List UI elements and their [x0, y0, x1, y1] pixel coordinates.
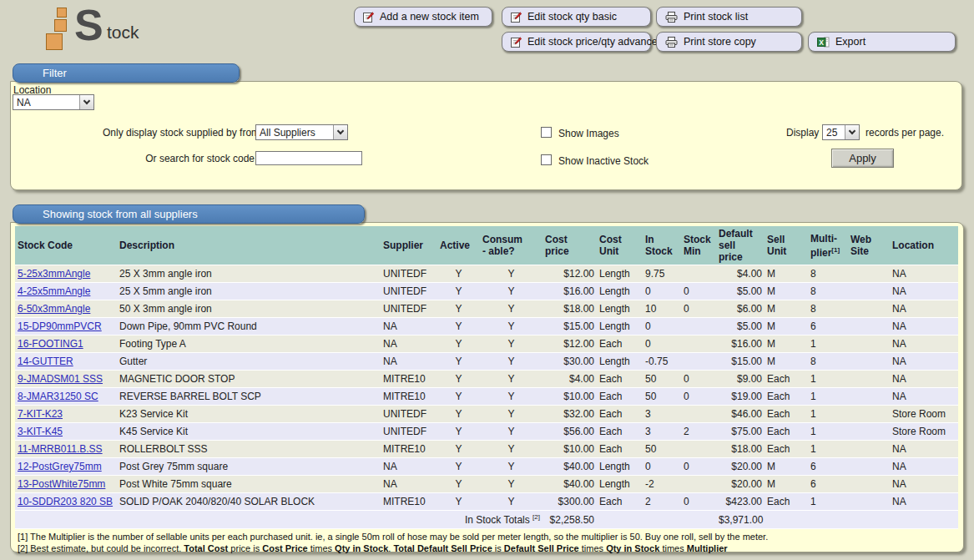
stock-code-link[interactable]: 6-50x3mmAngle [18, 303, 90, 315]
cell-consumable: Y [480, 423, 543, 441]
stock-code-link[interactable]: 15-DP90mmPVCR [18, 320, 102, 332]
button-label: Print store copy [684, 36, 756, 48]
filter-panel: Location NA Only display stock supplied … [10, 81, 962, 190]
supplier-filter-label: Only display stock supplied by from [103, 127, 255, 139]
cell-multiplier: 1 [808, 493, 848, 511]
table-row: 8-JMAR31250 SCREVERSE BARREL BOLT SCPMIT… [15, 388, 958, 406]
edit-stock-price-qty-advanced-button[interactable]: Edit stock price/qty advanced [502, 32, 651, 52]
totals-row: In Stock Totals [2]$2,258.50$3,971.00 [15, 511, 958, 529]
show-inactive-stock-checkbox[interactable] [541, 154, 552, 165]
edit-stock-qty-basic-button[interactable]: Edit stock qty basic [502, 7, 651, 27]
stock-code-link[interactable]: 14-GUTTER [18, 356, 73, 367]
stock-code-link[interactable]: 8-JMAR31250 SC [18, 391, 98, 402]
cell-sell_unit: M [765, 476, 808, 493]
show-images-label: Show Images [558, 128, 619, 139]
add-stock-item-button[interactable]: Add a new stock item [354, 7, 492, 27]
cell-web_site [848, 318, 890, 335]
cell-cost_unit: Each [597, 406, 643, 423]
cell-sell_unit: M [765, 353, 808, 371]
cell-in_stock: -2 [643, 476, 681, 493]
stock-code-link[interactable]: 16-FOOTING1 [18, 338, 83, 350]
column-header: Stock Code [15, 226, 117, 265]
cell-sell_price: $18.00 [716, 441, 765, 458]
show-images-checkbox[interactable] [541, 127, 552, 138]
cell-cost_price: $56.00 [543, 423, 597, 441]
stock-code-link[interactable]: 4-25x5mmAngle [18, 285, 90, 297]
cell-sell_price: $423.00 [716, 493, 765, 511]
cell-multiplier: 8 [808, 283, 848, 300]
print-stock-list-button[interactable]: Print stock list [656, 7, 802, 27]
cell-description: Post Grey 75mm square [117, 458, 381, 476]
cell-in_stock: -0.75 [643, 353, 681, 371]
cell-supplier: NA [381, 335, 437, 353]
cell-cost_price: $15.00 [543, 318, 597, 335]
cell-description: 50 X 3mm angle iron [117, 300, 381, 318]
table-row: 12-PostGrey75mmPost Grey 75mm squareNAYY… [15, 458, 958, 476]
stock-code-link[interactable]: 11-MRRB011.B.SS [18, 443, 103, 455]
cell-code: 11-MRRB011.B.SS [15, 441, 117, 458]
table-row: 9-JMADSM01 SSSMAGNETIC DOOR STOPMITRE10Y… [15, 371, 958, 388]
cell-active: Y [437, 335, 480, 353]
stock-table-header-row: Stock CodeDescriptionSupplierActiveConsu… [15, 226, 958, 265]
export-button[interactable]: X Export [808, 32, 956, 52]
cell-location: NA [890, 441, 958, 458]
stock-code-link[interactable]: 3-KIT-K45 [18, 426, 63, 437]
cell-stock_min: 0 [681, 493, 716, 511]
cell-multiplier: 6 [808, 458, 848, 476]
stock-code-link[interactable]: 10-SDDR203 820 SB [18, 496, 113, 507]
logo-letter: S [74, 0, 103, 50]
cell-cost_unit: Each [597, 423, 643, 441]
stock-panel: Stock CodeDescriptionSupplierActiveConsu… [10, 222, 964, 552]
column-header: Consum - able? [480, 226, 543, 265]
stock-code-link[interactable]: 5-25x3mmAngle [18, 268, 90, 280]
totals-label: In Stock Totals [2] [15, 511, 543, 529]
records-per-page-select[interactable]: 25 [822, 124, 860, 140]
cell-description: K45 Service Kit [117, 423, 381, 441]
cell-active: Y [437, 318, 480, 335]
table-row: 14-GUTTERGutterNAYY$30.00Length-0.75$15.… [15, 353, 958, 371]
cell-description: Post White 75mm square [117, 476, 381, 493]
totals-spacer [765, 511, 958, 529]
table-row: 7-KIT-K23K23 Service KitUNITEDFYY$32.00E… [15, 406, 958, 423]
cell-consumable: Y [480, 476, 543, 493]
cell-multiplier: 1 [808, 441, 848, 458]
cell-web_site [848, 423, 890, 441]
cell-multiplier: 1 [808, 423, 848, 441]
stock-list-tab[interactable]: Showing stock from all suppliers [13, 204, 365, 224]
cell-supplier: NA [381, 318, 437, 335]
print-store-copy-button[interactable]: Print store copy [656, 32, 802, 52]
cell-consumable: Y [480, 283, 543, 300]
cell-supplier: UNITEDF [381, 283, 437, 300]
cell-location: NA [890, 458, 958, 476]
stock-code-link[interactable]: 7-KIT-K23 [18, 408, 63, 420]
location-select[interactable]: NA [13, 94, 94, 110]
cell-stock_min: 0 [681, 371, 716, 388]
supplier-select[interactable]: All Suppliers [255, 124, 348, 140]
filter-tab[interactable]: Filter [13, 63, 240, 83]
in-stock-sell-total: $3,971.00 [716, 511, 765, 529]
cell-active: Y [437, 371, 480, 388]
apply-button[interactable]: Apply [831, 149, 894, 168]
stock-code-search-input[interactable] [255, 151, 362, 165]
cell-description: Footing Type A [117, 335, 381, 353]
cell-supplier: UNITEDF [381, 406, 437, 423]
cell-consumable: Y [480, 406, 543, 423]
stock-code-link[interactable]: 9-JMADSM01 SSS [18, 373, 103, 385]
cell-consumable: Y [480, 353, 543, 371]
cell-stock_min [681, 335, 716, 353]
cell-supplier: UNITEDF [381, 300, 437, 318]
stock-code-link[interactable]: 13-PostWhite75mm [18, 478, 105, 490]
cell-description: Gutter [117, 353, 381, 371]
cell-web_site [848, 283, 890, 300]
cell-code: 7-KIT-K23 [15, 406, 117, 423]
cell-web_site [848, 493, 890, 511]
stock-code-link[interactable]: 12-PostGrey75mm [18, 461, 102, 472]
cell-stock_min: 0 [681, 283, 716, 300]
cell-stock_min: 0 [681, 388, 716, 406]
cell-cost_unit: Length [597, 265, 643, 283]
cell-sell_price: $5.00 [716, 283, 765, 300]
cell-in_stock: 9.75 [643, 265, 681, 283]
button-label: Print stock list [684, 11, 748, 23]
footnote-line: [1] The Multiplier is the number of sell… [18, 532, 956, 543]
cell-location: NA [890, 283, 958, 300]
